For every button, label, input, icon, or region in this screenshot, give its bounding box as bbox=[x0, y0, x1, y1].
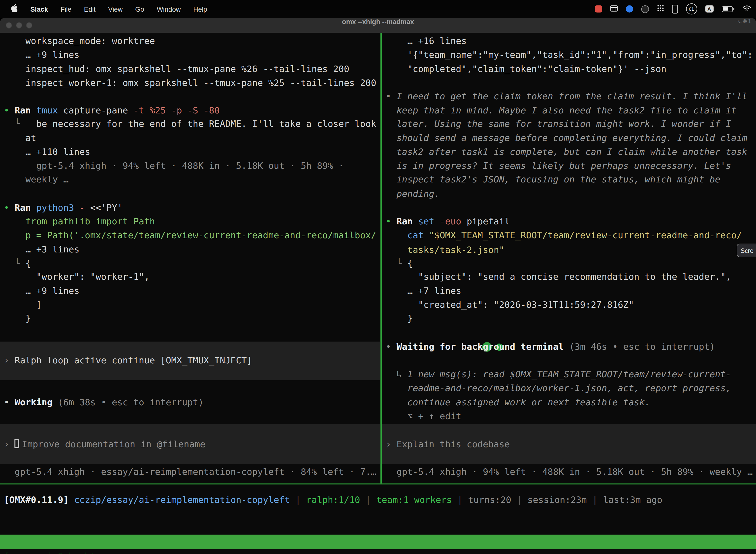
window-title: omx --xhigh --madmax bbox=[0, 18, 756, 25]
terminal-line: › Ralph loop active continue [OMX_TMUX_I… bbox=[4, 354, 252, 367]
terminal-line: … +9 lines bbox=[4, 48, 80, 62]
terminal-line: ⌥ + ↑ edit bbox=[386, 409, 461, 423]
menu-item-window[interactable]: Window bbox=[157, 5, 181, 13]
terminal-line: gpt-5.4 xhigh · essay/ai-reimplementatio… bbox=[4, 465, 376, 479]
screen-overlay-fragment[interactable]: Scre bbox=[737, 244, 756, 257]
terminal-line: '{"team_name":"my-team","task_id":"1","f… bbox=[386, 48, 753, 62]
launchpad-dots-icon[interactable] bbox=[657, 5, 664, 13]
menu-item-slack[interactable]: Slack bbox=[30, 5, 48, 13]
terminal-line: inspect_hud: omx sparkshell --tmux-pane … bbox=[4, 62, 350, 76]
menu-bar-left: Slack File Edit View Go Window Help bbox=[0, 4, 207, 14]
terminal-line: continue assigned work or next feasible … bbox=[386, 396, 650, 409]
terminal-line: inspect task2's JSON, focusing on the st… bbox=[386, 173, 720, 186]
terminal-line: pending. bbox=[386, 187, 440, 201]
terminal-line: workspace_mode: worktree bbox=[4, 34, 155, 48]
iphone-mirroring-icon[interactable] bbox=[672, 4, 678, 13]
terminal-line: gpt-5.4 xhigh · 94% left · 488K in · 5.1… bbox=[386, 465, 753, 479]
window-manager-icon[interactable] bbox=[610, 5, 617, 13]
terminal-line: readme-and-reco/mailbox/worker-1.json, a… bbox=[386, 382, 731, 395]
battery-percent-badge[interactable]: 61 bbox=[686, 3, 697, 15]
terminal-line: is in progress? It seems likely but perh… bbox=[386, 159, 731, 172]
terminal-line: └ { bbox=[386, 257, 413, 270]
menu-item-go[interactable]: Go bbox=[135, 5, 144, 13]
terminal-line: "subject": "send a concise recommendatio… bbox=[386, 270, 731, 284]
terminal-line: cat "$OMX_TEAM_STATE_ROOT/team/review-cu… bbox=[386, 229, 742, 242]
terminal-line: • I need to get the claim token from the… bbox=[386, 90, 747, 103]
input-source-letter: A bbox=[707, 6, 711, 12]
terminal-line: p = Path('.omx/state/team/review-current… bbox=[4, 229, 376, 242]
terminal-line: task2 after task1 is complete, but can I… bbox=[386, 145, 747, 159]
terminal-line: tasks/task-2.json" bbox=[386, 243, 504, 257]
terminal-line: … +3 lines bbox=[4, 243, 80, 256]
terminal-window: omx --xhigh --madmax ⌥⌘1 workspace_mode:… bbox=[0, 18, 756, 554]
desktop: Slack File Edit View Go Window Help 61 A bbox=[0, 0, 756, 554]
battery-icon[interactable] bbox=[721, 6, 735, 12]
menu-item-help[interactable]: Help bbox=[193, 5, 207, 13]
apple-menu-icon[interactable] bbox=[11, 4, 18, 14]
terminal-line: … +9 lines bbox=[4, 284, 80, 297]
screen-overlay-text: Scre bbox=[741, 247, 754, 254]
tmux-session-window: [omx-cczip0:bash* bbox=[4, 549, 95, 554]
battery-percent-value: 61 bbox=[689, 6, 694, 11]
window-titlebar[interactable]: omx --xhigh --madmax ⌥⌘1 bbox=[0, 18, 756, 33]
terminal-line: └ { bbox=[4, 257, 31, 270]
terminal-line: } bbox=[386, 312, 413, 325]
terminal-content: workspace_mode: worktree … +9 lines insp… bbox=[0, 33, 756, 554]
tmux-pane-divider-horizontal[interactable] bbox=[0, 484, 756, 485]
terminal-line: • Ran set -euo pipefail bbox=[386, 215, 510, 228]
terminal-line: ↳ 1 new msg(s): read $OMX_TEAM_STATE_ROO… bbox=[386, 368, 731, 381]
terminal-line: inspect_worker-1: omx sparkshell --tmux-… bbox=[4, 76, 376, 90]
menu-item-view[interactable]: View bbox=[108, 5, 123, 13]
terminal-line: › Improve documentation in @filename bbox=[4, 438, 206, 451]
terminal-line: … +110 lines bbox=[4, 145, 90, 159]
terminal-line: weekly … bbox=[4, 173, 69, 186]
terminal-line: "completed","claim_token":"claim-token"}… bbox=[386, 62, 667, 76]
terminal-line: } bbox=[4, 312, 31, 325]
terminal-line: from pathlib import Path bbox=[4, 215, 155, 228]
omx-hud-status-line: [OMX#0.11.9] cczip/essay/ai-reimplementa… bbox=[4, 493, 663, 507]
terminal-line: gpt-5.4 xhigh · 94% left · 488K in · 5.1… bbox=[4, 159, 344, 172]
menu-bar: Slack File Edit View Go Window Help 61 A bbox=[0, 0, 756, 18]
terminal-line: • Ran python3 - <<'PY' bbox=[4, 201, 123, 215]
tmux-status-bar: [omx-cczip0:bash* "MacBook-Pro-44.local"… bbox=[0, 535, 756, 549]
left-terminal-pane[interactable]: workspace_mode: worktree … +9 lines insp… bbox=[0, 33, 380, 484]
menu-bar-status-items: 61 A bbox=[595, 0, 751, 18]
wifi-icon[interactable] bbox=[743, 5, 751, 13]
app-dark-circle-icon[interactable] bbox=[641, 5, 649, 13]
terminal-line: … +7 lines bbox=[386, 284, 461, 297]
input-source-icon[interactable]: A bbox=[705, 5, 713, 12]
terminal-line: "worker": "worker-1", bbox=[4, 270, 150, 284]
menu-item-edit[interactable]: Edit bbox=[84, 5, 96, 13]
menu-item-file[interactable]: File bbox=[61, 5, 71, 13]
app-blue-icon[interactable] bbox=[626, 5, 633, 12]
terminal-line: • Waiting for background terminal (3m 46… bbox=[386, 340, 715, 353]
window-shortcut-hint: ⌥⌘1 bbox=[736, 18, 751, 24]
screen-recording-indicator-icon[interactable] bbox=[595, 5, 602, 12]
terminal-line: ] bbox=[4, 298, 42, 312]
terminal-line: later. Using the same for transition mig… bbox=[386, 117, 731, 130]
terminal-line: • Working (6m 38s • esc to interrupt) bbox=[4, 396, 204, 409]
terminal-line: "created_at": "2026-03-31T11:59:27.816Z" bbox=[386, 298, 634, 312]
terminal-line: keep that in mind. Maybe I also need the… bbox=[386, 104, 737, 117]
right-terminal-pane[interactable]: … +16 lines '{"team_name":"my-team","tas… bbox=[382, 33, 756, 484]
terminal-line: › Explain this codebase bbox=[386, 438, 510, 451]
terminal-line: … +16 lines bbox=[386, 34, 466, 48]
terminal-line: • Ran tmux capture-pane -t %25 -p -S -80 bbox=[4, 104, 220, 117]
terminal-line: └ be necessary for the end of the README… bbox=[4, 117, 376, 130]
terminal-line: should send a message before completing … bbox=[386, 131, 747, 145]
terminal-line: at bbox=[4, 131, 37, 145]
